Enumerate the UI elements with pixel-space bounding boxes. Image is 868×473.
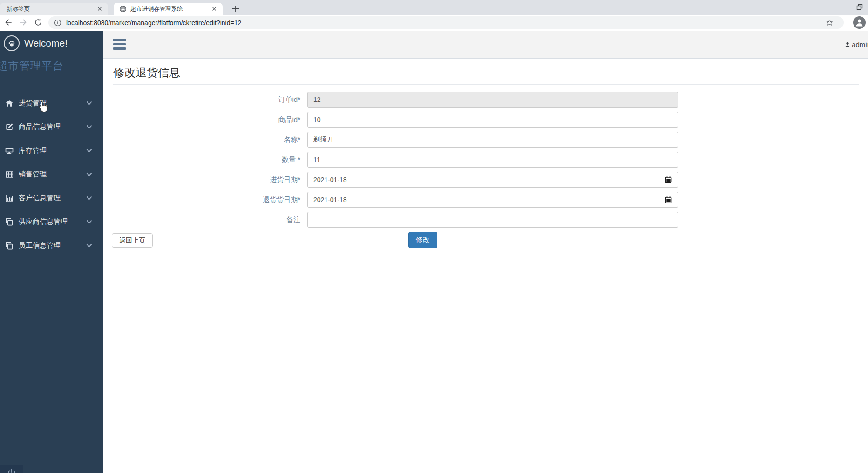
sidebar-item-supplier-info-mgmt[interactable]: 供应商信息管理 xyxy=(0,210,103,234)
sidebar-item-employee-info-mgmt[interactable]: 员工信息管理 xyxy=(0,234,103,257)
browser-tab-newtab[interactable]: 新标签页 xyxy=(0,3,108,15)
chevron-down-icon xyxy=(86,149,92,153)
browser-tab-strip: 新标签页 超市进销存管理系统 xyxy=(0,0,868,15)
tab-close-icon[interactable] xyxy=(210,5,218,13)
paw-icon xyxy=(4,35,20,51)
sidebar-item-product-info-mgmt[interactable]: 商品信息管理 xyxy=(0,115,103,139)
form-row-return-date: 退货货日期* 2021-01-18 xyxy=(103,192,868,208)
logout-button[interactable] xyxy=(0,465,23,473)
form-row-order-id: 订单id* xyxy=(103,92,868,108)
mouse-cursor xyxy=(38,101,48,114)
form-row-name: 名称* xyxy=(103,132,868,148)
platform-title: 超市管理平台 xyxy=(0,59,64,73)
page-info-icon[interactable] xyxy=(54,19,61,27)
edit-icon xyxy=(5,122,14,132)
sidebar: Welcome! 超市管理平台 进货管理 商品信息管理 xyxy=(0,31,103,473)
chevron-down-icon xyxy=(86,220,92,224)
username-text: admin xyxy=(852,41,868,48)
sidebar-item-purchase-mgmt[interactable]: 进货管理 xyxy=(0,91,103,115)
tab-title: 超市进销存管理系统 xyxy=(130,5,210,13)
purchase-date-field[interactable]: 2021-01-18 xyxy=(307,172,678,188)
power-icon xyxy=(7,468,17,473)
form-row-quantity: 数量 * xyxy=(103,152,868,168)
welcome-text: Welcome! xyxy=(24,38,68,49)
field-label: 数量 * xyxy=(103,155,300,164)
tab-title: 新标签页 xyxy=(0,5,96,13)
forward-icon[interactable] xyxy=(19,18,28,27)
submit-button[interactable]: 修改 xyxy=(408,232,437,248)
field-label: 名称* xyxy=(103,135,300,144)
quantity-field[interactable] xyxy=(307,152,678,168)
user-icon xyxy=(844,41,851,48)
order-id-field[interactable] xyxy=(307,92,678,108)
form-row-product-id: 商品id* xyxy=(103,112,868,128)
new-tab-icon[interactable] xyxy=(230,3,241,14)
chevron-down-icon xyxy=(86,196,92,200)
name-field[interactable] xyxy=(307,132,678,148)
window-minimize-icon[interactable] xyxy=(827,0,848,14)
field-label: 退货货日期* xyxy=(103,196,300,204)
calendar-icon[interactable] xyxy=(665,196,672,203)
url-text[interactable]: localhost:8080/market/manager/flatform/c… xyxy=(66,19,241,27)
field-label: 商品id* xyxy=(103,115,300,124)
field-label: 订单id* xyxy=(103,95,300,104)
bar-chart-icon xyxy=(5,194,14,203)
browser-toolbar: localhost:8080/market/manager/flatform/c… xyxy=(0,15,868,30)
product-id-field[interactable] xyxy=(307,112,678,128)
table-icon xyxy=(5,170,14,179)
chevron-down-icon xyxy=(86,125,92,129)
chevron-down-icon xyxy=(86,243,92,248)
home-icon xyxy=(5,99,14,108)
sidebar-item-inventory-mgmt[interactable]: 库存管理 xyxy=(0,139,103,162)
form-row-purchase-date: 进货日期* 2021-01-18 xyxy=(103,172,868,188)
sidebar-menu: 进货管理 商品信息管理 库存管理 xyxy=(0,91,103,257)
menu-toggle-icon[interactable] xyxy=(113,39,126,51)
browser-tab-active[interactable]: 超市进销存管理系统 xyxy=(114,3,223,15)
field-label: 备注 xyxy=(103,216,300,224)
app-window: Welcome! 超市管理平台 进货管理 商品信息管理 xyxy=(0,31,868,473)
form-actions: 返回上页 修改 xyxy=(103,232,868,251)
calendar-icon[interactable] xyxy=(665,176,672,183)
form-row-remark: 备注 xyxy=(103,212,868,228)
field-label: 进货日期* xyxy=(103,176,300,184)
copy-icon xyxy=(5,217,14,227)
page-title: 修改退货信息 xyxy=(113,65,859,85)
back-icon[interactable] xyxy=(4,18,13,27)
sidebar-brand: Welcome! xyxy=(4,35,68,51)
back-button[interactable]: 返回上页 xyxy=(112,233,153,248)
address-bar[interactable]: localhost:8080/market/manager/flatform/c… xyxy=(48,16,844,29)
reload-icon[interactable] xyxy=(34,18,43,27)
chevron-down-icon xyxy=(86,101,92,105)
return-date-field[interactable]: 2021-01-18 xyxy=(307,192,678,208)
edit-return-form: 订单id* 商品id* 名称* xyxy=(103,92,868,251)
globe-favicon-icon xyxy=(119,5,127,13)
main-area: admin 修改退货信息 订单id* 商品id* xyxy=(103,31,868,473)
user-menu[interactable]: admin xyxy=(844,41,868,48)
desktop-icon xyxy=(5,146,14,155)
tab-close-icon[interactable] xyxy=(96,5,103,13)
bookmark-star-icon[interactable] xyxy=(826,19,834,27)
copy-icon xyxy=(5,241,14,250)
sidebar-item-customer-info-mgmt[interactable]: 客户信息管理 xyxy=(0,186,103,210)
browser-profile-avatar[interactable] xyxy=(853,16,866,29)
top-navbar: admin xyxy=(103,31,868,59)
sidebar-item-sales-mgmt[interactable]: 销售管理 xyxy=(0,162,103,186)
remark-field[interactable] xyxy=(307,212,678,228)
window-restore-icon[interactable] xyxy=(849,0,868,14)
chevron-down-icon xyxy=(86,172,92,176)
content-panel: 修改退货信息 订单id* 商品id* 名称* xyxy=(103,59,868,473)
